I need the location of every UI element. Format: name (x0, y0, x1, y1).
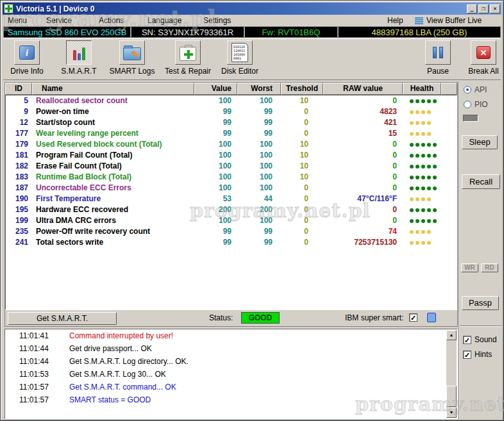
pio-radio[interactable] (464, 101, 471, 108)
scroll-up-icon[interactable]: ▲ (446, 330, 457, 340)
log-message: Get drive passport... OK (69, 342, 152, 355)
menu-item-language[interactable]: Language (147, 15, 181, 26)
table-row[interactable]: 9Power-on time999904823 (6, 106, 457, 117)
smart-logs-button[interactable]: ✎ SMART Logs (107, 40, 157, 76)
side-panel: API PIO Sleep Recall WR RD Passp ✓ Sound… (458, 81, 502, 419)
health-dots (403, 226, 442, 237)
menu-item-view-buffer-live[interactable]: View Buffer Live (426, 15, 482, 26)
column-header-value[interactable]: Value (194, 83, 237, 95)
recall-button[interactable]: Recall (462, 174, 500, 189)
column-header-raw[interactable]: RAW value (323, 83, 403, 95)
log-timestamp: 11:01:53 (19, 368, 49, 381)
break-x-icon: ✕ (476, 46, 491, 59)
health-dots (403, 183, 442, 194)
passport-button[interactable]: Passp (462, 296, 499, 310)
test-repair-button[interactable]: Test & Repair (162, 40, 214, 76)
table-row[interactable]: 187Uncorrectable ECC Errors10010000 (6, 183, 457, 194)
table-row[interactable]: 179Used Reserved block count (Total)1001… (6, 139, 457, 150)
table-row[interactable]: 12Start/stop count99990421 (6, 117, 457, 128)
sound-checkbox[interactable]: ✓ (463, 336, 471, 344)
health-dots (403, 139, 442, 150)
health-dots (403, 172, 442, 183)
ibm-super-smart-label: IBM super smart: (345, 313, 403, 322)
table-row[interactable]: 199Ultra DMA CRC errors10010000 (6, 215, 457, 226)
log-scrollbar[interactable]: ▲ ▼ (446, 330, 457, 418)
log-entry: 11:01:44Get drive passport... OK (5, 342, 457, 355)
pio-radio-row[interactable]: PIO (464, 100, 488, 109)
activity-led (463, 115, 478, 122)
column-header-health[interactable]: Health (403, 83, 441, 95)
log-panel: 11:01:41Command interrupted by user!11:0… (4, 329, 458, 419)
drive-info-button[interactable]: i Drive Info (8, 40, 46, 76)
health-dots (403, 215, 442, 226)
hints-row[interactable]: ✓ Hints (463, 350, 492, 359)
health-dots (403, 128, 442, 139)
log-timestamp: 11:01:57 (19, 393, 49, 406)
column-header-id[interactable]: ID (5, 83, 32, 95)
blue-indicator (427, 313, 436, 322)
first-aid-icon (180, 47, 196, 61)
health-dots (403, 95, 442, 106)
table-row[interactable]: 190First Temperature5344047°C/116°F (6, 194, 457, 204)
scrollbar-thumb[interactable] (446, 386, 457, 407)
toolbar: i Drive Info S.M.A.R.T ✎ SMART Logs Test… (3, 38, 501, 80)
scroll-down-icon[interactable]: ▼ (446, 408, 457, 418)
table-row[interactable]: 5Reallocated sector count100100100 (6, 95, 457, 106)
folder-pencil-icon: ✎ (123, 47, 141, 60)
table-row[interactable]: 195Hardware ECC recovered20020000 (6, 204, 457, 215)
table-row[interactable]: 183Runtime Bad Block (Total)100100100 (6, 172, 457, 183)
health-dots (403, 106, 442, 117)
log-entry: 11:01:44Get S.M.A.R.T. Log directory... … (5, 355, 457, 368)
table-body: 5Reallocated sector count1001001009Power… (5, 95, 457, 310)
smart-panel: ID Name Value Worst Treshold RAW value H… (4, 82, 458, 327)
hints-label: Hints (475, 350, 492, 359)
maximize-button[interactable]: ❐ (478, 4, 489, 13)
health-dots (403, 161, 442, 172)
api-radio-row[interactable]: API (464, 85, 487, 94)
app-window: Victoria 5.1 | Device 0 _ ❐ ✕ Menu Servi… (0, 0, 504, 421)
smart-button[interactable]: S.M.A.R.T (58, 40, 99, 76)
column-header-treshold[interactable]: Treshold (281, 83, 323, 95)
drive-firmware: Fw: RVT01B6Q (245, 27, 339, 37)
column-header-name[interactable]: Name (32, 83, 194, 95)
health-dots (403, 194, 442, 204)
api-radio[interactable] (464, 86, 471, 94)
log-message: Get S.M.A.R.T. Log directory... OK. (69, 355, 189, 368)
buffer-list-icon (415, 17, 423, 24)
table-row[interactable]: 177Wear leveling range percent9999015 (6, 128, 457, 139)
break-all-button[interactable]: ✕ Break All (464, 40, 503, 76)
log-message: Get S.M.A.R.T. Log 30... OK (69, 368, 166, 381)
log-entry: 11:01:57Get S.M.A.R.T. command... OK (5, 381, 457, 393)
health-dots (403, 150, 442, 161)
menu-item-settings[interactable]: Settings (203, 15, 231, 26)
log-entry: 11:01:53Get S.M.A.R.T. Log 30... OK (5, 368, 457, 381)
api-label: API (475, 85, 487, 94)
column-header-worst[interactable]: Worst (237, 83, 281, 95)
table-row[interactable]: 241Total sectors write999907253715130 (6, 237, 457, 248)
table-row[interactable]: 235Power-Off write recovery count9999074 (6, 226, 457, 237)
rd-button[interactable]: RD (481, 263, 498, 272)
menu-item-help[interactable]: Help (387, 15, 403, 26)
log-message: SMART status = GOOD (69, 393, 151, 406)
menu-item-actions[interactable]: Actions (99, 15, 124, 26)
get-smart-button[interactable]: Get S.M.A.R.T. (8, 312, 117, 325)
sound-row[interactable]: ✓ Sound (463, 335, 497, 344)
log-message: Command interrupted by user! (69, 329, 173, 342)
table-row[interactable]: 182Erase Fail Count (Total)100100100 (6, 161, 457, 172)
pause-button[interactable]: Pause (421, 40, 455, 76)
menu-item-service[interactable]: Service (46, 15, 72, 26)
wr-button[interactable]: WR (461, 263, 478, 272)
health-dots (403, 204, 442, 215)
close-button[interactable]: ✕ (490, 4, 500, 13)
minimize-button[interactable]: _ (467, 4, 477, 13)
disk-editor-button[interactable]: 010110 110011 101000 0001 Disk Editor (219, 40, 261, 76)
sleep-button[interactable]: Sleep (462, 135, 498, 149)
log-timestamp: 11:01:41 (19, 329, 49, 342)
drive-model: Samsung SSD 860 EVO 250GB (4, 27, 131, 37)
menu-bar: Menu Service Actions Language Settings H… (3, 15, 501, 26)
menu-item-menu[interactable]: Menu (8, 15, 27, 26)
hints-checkbox[interactable]: ✓ (463, 351, 471, 359)
ibm-super-smart-checkbox[interactable]: ✓ (409, 313, 417, 322)
status-label: Status: (209, 313, 233, 322)
table-row[interactable]: 181Program Fail Count (Total)100100100 (6, 150, 457, 161)
